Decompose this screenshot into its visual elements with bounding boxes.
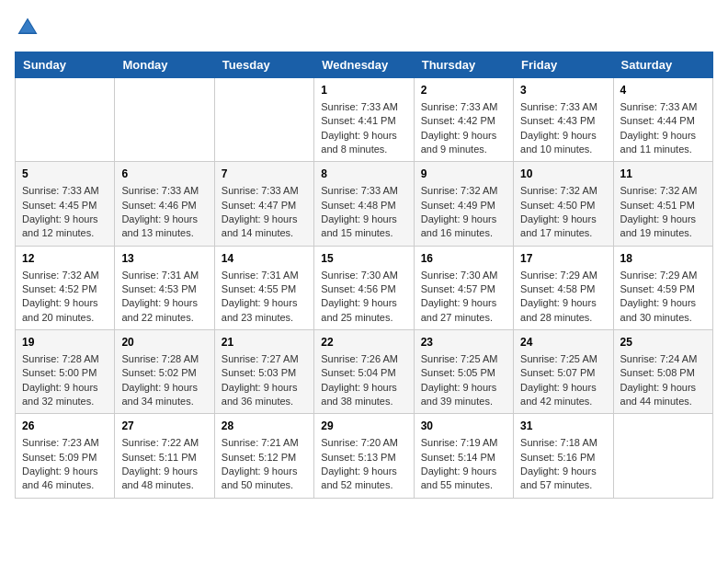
calendar-week-4: 19 Sunrise: 7:28 AM Sunset: 5:00 PM Dayl… — [16, 330, 713, 414]
day-number: 28 — [222, 419, 307, 434]
day-info: Sunrise: 7:32 AM Sunset: 4:49 PM Dayligh… — [421, 184, 506, 241]
calendar-cell: 5 Sunrise: 7:33 AM Sunset: 4:45 PM Dayli… — [16, 162, 115, 246]
calendar-week-2: 5 Sunrise: 7:33 AM Sunset: 4:45 PM Dayli… — [16, 162, 713, 246]
day-info: Sunrise: 7:22 AM Sunset: 5:11 PM Dayligh… — [121, 436, 207, 493]
day-info: Sunrise: 7:28 AM Sunset: 5:02 PM Dayligh… — [121, 352, 207, 409]
day-number: 19 — [22, 335, 108, 350]
calendar-header-row: SundayMondayTuesdayWednesdayThursdayFrid… — [16, 52, 713, 78]
day-number: 4 — [620, 83, 706, 98]
calendar-cell: 1 Sunrise: 7:33 AM Sunset: 4:41 PM Dayli… — [314, 78, 414, 162]
svg-marker-1 — [20, 20, 36, 33]
day-info: Sunrise: 7:31 AM Sunset: 4:55 PM Dayligh… — [222, 269, 307, 326]
day-header-friday: Friday — [514, 52, 613, 78]
day-info: Sunrise: 7:21 AM Sunset: 5:12 PM Dayligh… — [222, 436, 307, 493]
calendar-week-1: 1 Sunrise: 7:33 AM Sunset: 4:41 PM Dayli… — [16, 78, 713, 162]
day-info: Sunrise: 7:33 AM Sunset: 4:42 PM Dayligh… — [421, 100, 506, 157]
day-info: Sunrise: 7:30 AM Sunset: 4:57 PM Dayligh… — [421, 269, 506, 326]
calendar-cell: 16 Sunrise: 7:30 AM Sunset: 4:57 PM Dayl… — [414, 246, 513, 329]
day-info: Sunrise: 7:33 AM Sunset: 4:44 PM Dayligh… — [620, 100, 706, 157]
day-info: Sunrise: 7:33 AM Sunset: 4:47 PM Dayligh… — [222, 184, 307, 241]
day-number: 3 — [520, 83, 606, 98]
day-number: 17 — [520, 251, 606, 267]
day-info: Sunrise: 7:33 AM Sunset: 4:45 PM Dayligh… — [22, 184, 108, 241]
calendar-cell: 20 Sunrise: 7:28 AM Sunset: 5:02 PM Dayl… — [115, 330, 214, 414]
day-header-tuesday: Tuesday — [214, 52, 313, 78]
calendar-cell: 14 Sunrise: 7:31 AM Sunset: 4:55 PM Dayl… — [214, 246, 313, 329]
day-info: Sunrise: 7:32 AM Sunset: 4:52 PM Dayligh… — [22, 269, 108, 326]
day-number: 5 — [22, 167, 108, 182]
day-info: Sunrise: 7:18 AM Sunset: 5:16 PM Dayligh… — [520, 436, 606, 493]
day-number: 6 — [121, 167, 207, 182]
day-header-monday: Monday — [115, 52, 214, 78]
day-info: Sunrise: 7:32 AM Sunset: 4:51 PM Dayligh… — [620, 184, 706, 241]
day-info: Sunrise: 7:19 AM Sunset: 5:14 PM Dayligh… — [421, 436, 506, 493]
day-header-wednesday: Wednesday — [314, 52, 414, 78]
day-number: 30 — [421, 419, 506, 434]
day-info: Sunrise: 7:33 AM Sunset: 4:46 PM Dayligh… — [121, 184, 207, 241]
calendar-cell — [214, 78, 313, 162]
calendar-cell: 26 Sunrise: 7:23 AM Sunset: 5:09 PM Dayl… — [16, 414, 115, 498]
day-number: 1 — [321, 83, 406, 98]
calendar-week-3: 12 Sunrise: 7:32 AM Sunset: 4:52 PM Dayl… — [16, 246, 713, 329]
calendar-cell: 25 Sunrise: 7:24 AM Sunset: 5:08 PM Dayl… — [613, 330, 712, 414]
calendar-cell: 10 Sunrise: 7:32 AM Sunset: 4:50 PM Dayl… — [514, 162, 613, 246]
day-info: Sunrise: 7:26 AM Sunset: 5:04 PM Dayligh… — [321, 352, 406, 409]
day-header-thursday: Thursday — [414, 52, 513, 78]
day-info: Sunrise: 7:25 AM Sunset: 5:07 PM Dayligh… — [520, 352, 606, 409]
calendar-cell: 28 Sunrise: 7:21 AM Sunset: 5:12 PM Dayl… — [214, 414, 313, 498]
calendar-cell: 17 Sunrise: 7:29 AM Sunset: 4:58 PM Dayl… — [514, 246, 613, 329]
day-number: 26 — [22, 419, 108, 434]
day-number: 20 — [121, 335, 207, 350]
day-header-saturday: Saturday — [613, 52, 712, 78]
day-info: Sunrise: 7:27 AM Sunset: 5:03 PM Dayligh… — [222, 352, 307, 409]
day-number: 15 — [321, 251, 406, 267]
calendar-cell: 24 Sunrise: 7:25 AM Sunset: 5:07 PM Dayl… — [514, 330, 613, 414]
day-number: 22 — [321, 335, 406, 350]
day-number: 2 — [421, 83, 506, 98]
calendar-cell: 15 Sunrise: 7:30 AM Sunset: 4:56 PM Dayl… — [314, 246, 414, 329]
calendar-week-5: 26 Sunrise: 7:23 AM Sunset: 5:09 PM Dayl… — [16, 414, 713, 498]
day-header-sunday: Sunday — [16, 52, 115, 78]
day-info: Sunrise: 7:33 AM Sunset: 4:43 PM Dayligh… — [520, 100, 606, 157]
logo — [15, 15, 44, 40]
day-number: 13 — [121, 251, 207, 267]
calendar-cell: 23 Sunrise: 7:25 AM Sunset: 5:05 PM Dayl… — [414, 330, 513, 414]
day-info: Sunrise: 7:30 AM Sunset: 4:56 PM Dayligh… — [321, 269, 406, 326]
day-info: Sunrise: 7:33 AM Sunset: 4:48 PM Dayligh… — [321, 184, 406, 241]
calendar-cell: 13 Sunrise: 7:31 AM Sunset: 4:53 PM Dayl… — [115, 246, 214, 329]
calendar-cell: 19 Sunrise: 7:28 AM Sunset: 5:00 PM Dayl… — [16, 330, 115, 414]
logo-icon — [15, 15, 40, 40]
page-header — [15, 15, 713, 40]
day-number: 12 — [22, 251, 108, 267]
calendar-cell: 11 Sunrise: 7:32 AM Sunset: 4:51 PM Dayl… — [613, 162, 712, 246]
calendar-cell: 12 Sunrise: 7:32 AM Sunset: 4:52 PM Dayl… — [16, 246, 115, 329]
calendar-cell: 18 Sunrise: 7:29 AM Sunset: 4:59 PM Dayl… — [613, 246, 712, 329]
day-info: Sunrise: 7:33 AM Sunset: 4:41 PM Dayligh… — [321, 100, 406, 157]
calendar-cell: 7 Sunrise: 7:33 AM Sunset: 4:47 PM Dayli… — [214, 162, 313, 246]
day-info: Sunrise: 7:31 AM Sunset: 4:53 PM Dayligh… — [121, 269, 207, 326]
calendar-cell: 9 Sunrise: 7:32 AM Sunset: 4:49 PM Dayli… — [414, 162, 513, 246]
day-info: Sunrise: 7:25 AM Sunset: 5:05 PM Dayligh… — [421, 352, 506, 409]
day-number: 31 — [520, 419, 606, 434]
day-info: Sunrise: 7:20 AM Sunset: 5:13 PM Dayligh… — [321, 436, 406, 493]
day-info: Sunrise: 7:29 AM Sunset: 4:59 PM Dayligh… — [620, 269, 706, 326]
day-info: Sunrise: 7:29 AM Sunset: 4:58 PM Dayligh… — [520, 269, 606, 326]
calendar-cell: 2 Sunrise: 7:33 AM Sunset: 4:42 PM Dayli… — [414, 78, 513, 162]
day-info: Sunrise: 7:32 AM Sunset: 4:50 PM Dayligh… — [520, 184, 606, 241]
day-number: 24 — [520, 335, 606, 350]
day-info: Sunrise: 7:28 AM Sunset: 5:00 PM Dayligh… — [22, 352, 108, 409]
day-info: Sunrise: 7:24 AM Sunset: 5:08 PM Dayligh… — [620, 352, 706, 409]
day-number: 9 — [421, 167, 506, 182]
calendar-cell — [16, 78, 115, 162]
calendar-cell: 3 Sunrise: 7:33 AM Sunset: 4:43 PM Dayli… — [514, 78, 613, 162]
calendar-cell — [613, 414, 712, 498]
calendar-cell: 30 Sunrise: 7:19 AM Sunset: 5:14 PM Dayl… — [414, 414, 513, 498]
calendar-cell: 27 Sunrise: 7:22 AM Sunset: 5:11 PM Dayl… — [115, 414, 214, 498]
day-number: 25 — [620, 335, 706, 350]
calendar-cell — [115, 78, 214, 162]
day-number: 23 — [421, 335, 506, 350]
day-number: 29 — [321, 419, 406, 434]
calendar: SundayMondayTuesdayWednesdayThursdayFrid… — [15, 52, 713, 499]
calendar-cell: 8 Sunrise: 7:33 AM Sunset: 4:48 PM Dayli… — [314, 162, 414, 246]
calendar-cell: 21 Sunrise: 7:27 AM Sunset: 5:03 PM Dayl… — [214, 330, 313, 414]
